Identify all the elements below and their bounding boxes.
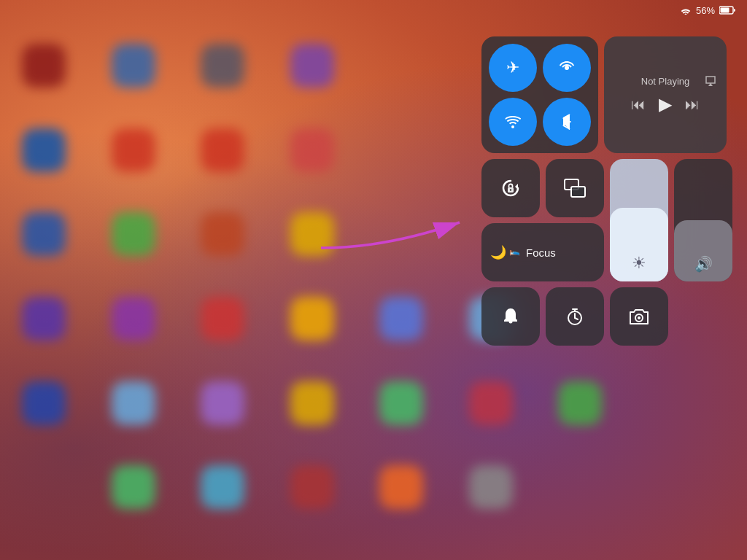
airplay-icon <box>705 75 716 87</box>
screen-mirror-icon <box>564 179 586 198</box>
now-playing-label: Not Playing <box>626 76 705 87</box>
orientation-mirror-row <box>481 159 604 217</box>
camera-tile[interactable] <box>610 287 668 346</box>
wifi-icon <box>680 6 692 15</box>
svg-rect-1 <box>721 8 729 13</box>
rewind-button[interactable]: ⏮ <box>631 96 646 113</box>
focus-tile[interactable]: 🌙 🛌 Focus <box>481 223 604 281</box>
hotspot-button[interactable] <box>543 44 591 92</box>
battery-icon <box>719 6 735 15</box>
focus-label: Focus <box>526 246 556 259</box>
orientation-lock-tile[interactable] <box>481 159 540 217</box>
timer-icon <box>565 306 585 327</box>
bluetooth-icon <box>562 114 572 130</box>
now-playing-tile: Not Playing ⏮ ▶ ⏭ <box>604 36 727 153</box>
cc-sliders: ☀ 🔊 <box>610 159 732 281</box>
cc-row1: ✈ <box>481 36 732 153</box>
svg-point-4 <box>511 125 514 128</box>
bell-icon <box>500 306 521 327</box>
play-button[interactable]: ▶ <box>659 94 672 114</box>
connectivity-tile: ✈ <box>481 36 598 153</box>
screen-mirror-tile[interactable] <box>546 159 604 217</box>
cc-row2-left: 🌙 🛌 Focus <box>481 159 604 281</box>
brightness-slider[interactable]: ☀ <box>610 159 668 281</box>
control-center: ✈ <box>481 36 732 346</box>
silent-mode-tile[interactable] <box>481 287 540 346</box>
volume-icon: 🔊 <box>694 255 713 273</box>
hotspot-icon <box>559 60 575 76</box>
wifi-button[interactable] <box>489 98 537 146</box>
svg-point-18 <box>638 316 640 319</box>
battery-percent: 56% <box>696 5 715 16</box>
wifi-button-icon <box>505 115 521 128</box>
fast-forward-button[interactable]: ⏭ <box>685 96 700 113</box>
cc-row3 <box>481 287 732 346</box>
orientation-lock-icon <box>499 176 522 200</box>
camera-icon <box>628 308 650 325</box>
svg-marker-7 <box>515 184 518 190</box>
timer-tile[interactable] <box>546 287 604 346</box>
brightness-icon: ☀ <box>632 254 646 273</box>
svg-line-14 <box>575 318 578 319</box>
focus-icons: 🌙 🛌 <box>490 244 520 260</box>
bluetooth-button[interactable] <box>543 98 591 146</box>
svg-point-9 <box>510 189 511 190</box>
volume-slider[interactable]: 🔊 <box>674 159 732 281</box>
now-playing-header: Not Playing <box>614 75 716 87</box>
svg-rect-11 <box>571 187 585 197</box>
media-controls: ⏮ ▶ ⏭ <box>631 94 700 114</box>
cc-row2: 🌙 🛌 Focus ☀ 🔊 <box>481 159 732 281</box>
svg-point-3 <box>565 66 569 70</box>
status-bar: 56% <box>601 0 747 20</box>
airplane-mode-button[interactable]: ✈ <box>489 44 537 92</box>
